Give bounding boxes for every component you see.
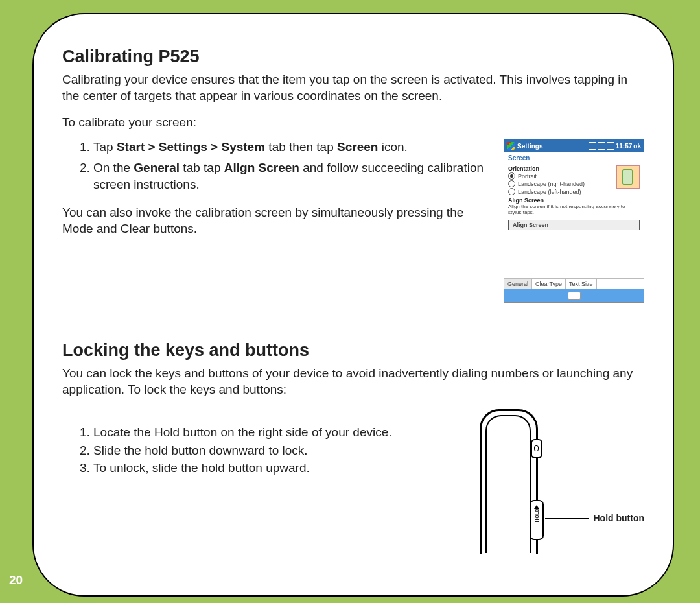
t: Landscape (right-handed) — [518, 181, 585, 187]
screen-settings-screenshot: Settings 11:57 ok Screen Orientation Por… — [504, 139, 644, 303]
tab-general: General — [504, 279, 532, 289]
tab-textsize: Text Size — [566, 279, 597, 289]
align-heading: Align Screen — [508, 197, 640, 204]
heading-calibrating: Calibrating P525 — [62, 47, 644, 67]
device-side-button — [531, 439, 542, 458]
t: Landscape (left-handed) — [518, 189, 581, 195]
ok-button: ok — [633, 143, 641, 150]
hold-switch-text: HOLD — [535, 508, 539, 523]
t: On the — [93, 161, 134, 174]
t: Tap — [93, 140, 117, 154]
hold-switch-icon: HOLD — [530, 500, 544, 540]
radio-landscape-right: Landscape (right-handed) — [508, 180, 614, 187]
orientation-icon — [616, 165, 640, 189]
titlebar-text: Settings — [517, 143, 542, 150]
calibration-steps: Tap Start > Settings > System tab then t… — [62, 139, 484, 193]
page-number: 20 — [9, 573, 23, 587]
signal-icon — [598, 142, 605, 150]
t: Portrait — [518, 173, 537, 180]
intro-calibrating: Calibrating your device ensures that the… — [62, 72, 644, 104]
intro-locking: You can lock the keys and buttons of you… — [62, 366, 644, 397]
lock-step-2: Slide the hold button downward to lock. — [93, 442, 460, 460]
volume-icon — [607, 142, 614, 150]
radio-icon — [508, 180, 515, 187]
device-body-inner — [485, 415, 531, 553]
device-illustration: HOLD Hold button — [476, 409, 644, 552]
manual-page: Calibrating P525 Calibrating your device… — [32, 13, 674, 597]
t: General — [134, 161, 180, 174]
lead-calibrating: To calibrate your screen: — [62, 115, 644, 130]
heading-locking: Locking the keys and buttons — [62, 340, 644, 361]
t: Start > Settings > System — [117, 140, 265, 154]
tab-cleartype: ClearType — [532, 279, 566, 289]
clock-text: 11:57 — [616, 143, 633, 150]
status-icon — [589, 142, 596, 150]
start-icon — [507, 142, 515, 150]
screenshot-titlebar: Settings 11:57 ok — [504, 139, 644, 152]
t: Align Screen — [224, 161, 299, 174]
t: Screen — [337, 140, 378, 154]
screenshot-sip-bar — [504, 289, 644, 302]
lock-step-3: To unlock, slide the hold button upward. — [93, 459, 460, 477]
cal-step-1: Tap Start > Settings > System tab then t… — [93, 139, 484, 156]
lock-step-1: Locate the Hold button on the right side… — [93, 423, 460, 442]
cal-step-2: On the General tab tap Align Screen and … — [93, 160, 484, 193]
radio-landscape-left: Landscape (left-handed) — [508, 188, 614, 195]
align-desc: Align the screen if it is not responding… — [508, 204, 640, 216]
radio-icon — [508, 188, 515, 195]
t: tab then tap — [265, 140, 337, 154]
radio-icon — [508, 172, 515, 180]
align-screen-button: Align Screen — [508, 220, 640, 230]
hold-button-label: Hold button — [593, 513, 644, 523]
locking-steps: Locate the Hold button on the right side… — [62, 423, 460, 477]
screenshot-tabs: General ClearType Text Size — [504, 278, 644, 289]
radio-portrait: Portrait — [508, 172, 614, 180]
t: tab tap — [180, 161, 224, 174]
t: icon. — [378, 140, 407, 154]
screenshot-subtitle: Screen — [504, 152, 644, 161]
callout-line — [545, 518, 589, 519]
calibration-note: You can also invoke the calibration scre… — [62, 205, 484, 237]
